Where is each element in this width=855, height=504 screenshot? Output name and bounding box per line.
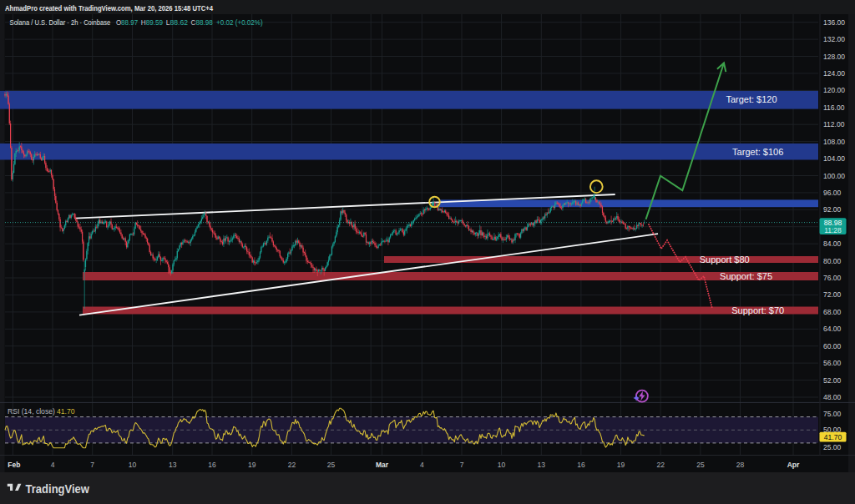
svg-text:7: 7: [460, 461, 464, 469]
svg-text:76.00: 76.00: [823, 274, 842, 282]
svg-text:120.00: 120.00: [823, 86, 845, 94]
svg-text:19: 19: [248, 461, 256, 469]
svg-text:25.00: 25.00: [823, 443, 842, 451]
svg-text:136.00: 136.00: [823, 18, 845, 27]
svg-text:56.00: 56.00: [823, 359, 842, 367]
svg-text:108.00: 108.00: [823, 138, 845, 146]
svg-text:52.00: 52.00: [823, 376, 842, 385]
svg-text:116.00: 116.00: [823, 103, 845, 112]
svg-text:22: 22: [288, 461, 296, 469]
svg-text:80.00: 80.00: [823, 257, 842, 265]
svg-text:Mar: Mar: [376, 461, 389, 469]
svg-text:RSI (14, close): RSI (14, close): [8, 407, 55, 416]
svg-text:124.00: 124.00: [823, 69, 845, 78]
svg-text:128.00: 128.00: [823, 53, 845, 61]
svg-text:7: 7: [90, 461, 94, 469]
svg-text:60.00: 60.00: [823, 342, 842, 350]
svg-text:72.00: 72.00: [823, 290, 842, 299]
svg-text:O88.97: O88.97: [116, 18, 138, 27]
svg-text:H89.59: H89.59: [141, 18, 163, 27]
svg-text:48.00: 48.00: [823, 393, 842, 401]
svg-text:84.00: 84.00: [823, 239, 842, 248]
svg-text:41.70: 41.70: [824, 433, 842, 441]
svg-text:4: 4: [51, 461, 55, 469]
svg-text:16: 16: [577, 461, 585, 469]
svg-text:41.70: 41.70: [57, 407, 75, 416]
svg-text:11:28: 11:28: [824, 226, 842, 234]
svg-text:25: 25: [696, 461, 705, 469]
svg-text:C88.98: C88.98: [191, 18, 213, 27]
svg-text:16: 16: [208, 461, 216, 469]
svg-text:Apr: Apr: [787, 461, 800, 469]
svg-text:AhmadPro created with TradingV: AhmadPro created with TradingView.com, M…: [5, 3, 214, 13]
svg-text:112.00: 112.00: [823, 120, 845, 129]
svg-text:22: 22: [656, 461, 665, 469]
svg-text:13: 13: [169, 461, 177, 469]
svg-text:96.00: 96.00: [823, 189, 842, 197]
svg-text:19: 19: [617, 461, 625, 469]
svg-text:68.00: 68.00: [823, 308, 842, 316]
svg-text:Target: $106: Target: $106: [732, 147, 783, 157]
svg-text:28: 28: [736, 461, 745, 469]
svg-text:25: 25: [327, 461, 336, 469]
svg-text:64.00: 64.00: [823, 325, 842, 333]
svg-text:L88.62: L88.62: [166, 18, 189, 27]
svg-text:TradingView: TradingView: [26, 482, 90, 496]
svg-text:Solana / U.S. Dollar · 2h · Co: Solana / U.S. Dollar · 2h · Coinbase: [10, 18, 111, 27]
svg-text:Support $80: Support $80: [700, 255, 750, 265]
svg-text:13: 13: [538, 461, 546, 469]
svg-text:4: 4: [420, 461, 424, 469]
svg-text:10: 10: [498, 461, 506, 469]
svg-text:10: 10: [129, 461, 137, 469]
svg-text:104.00: 104.00: [823, 154, 845, 163]
svg-text:Target: $120: Target: $120: [726, 94, 777, 104]
svg-text:132.00: 132.00: [823, 35, 845, 43]
svg-text:Feb: Feb: [8, 461, 20, 469]
svg-text:92.00: 92.00: [823, 205, 842, 214]
svg-text:Support: $70: Support: $70: [731, 305, 784, 315]
svg-text:100.00: 100.00: [823, 172, 845, 180]
svg-text:+0.02 (+0.02%): +0.02 (+0.02%): [216, 18, 263, 27]
svg-text:Support: $75: Support: $75: [720, 271, 772, 281]
svg-text:75.00: 75.00: [823, 410, 842, 418]
